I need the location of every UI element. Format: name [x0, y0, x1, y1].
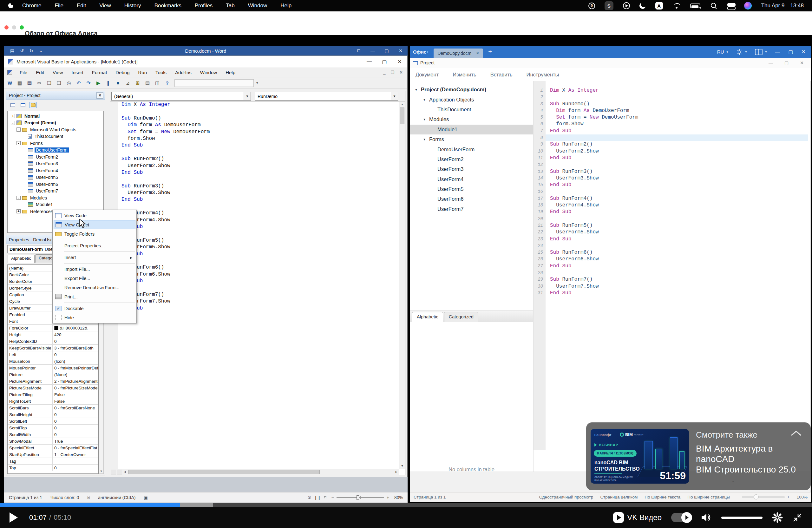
procedure-view-icon[interactable] — [111, 470, 116, 474]
close-icon[interactable]: ✕ — [394, 48, 408, 53]
view-whole-page[interactable]: Страница целиком — [600, 495, 638, 499]
office-tree-item[interactable]: ▾ UserForm7 — [410, 204, 533, 214]
mdi-restore-icon[interactable]: ❐ — [390, 70, 394, 75]
menubar-item[interactable]: File — [55, 2, 63, 9]
copy-icon[interactable]: ❏ — [45, 79, 53, 87]
collapse-overlay-icon[interactable] — [790, 429, 802, 437]
property-value[interactable]: 0 — [53, 339, 98, 344]
tree-arrow-icon[interactable]: ▾ — [414, 88, 418, 92]
tab-alphabetic[interactable]: Alphabetic — [412, 312, 443, 322]
vba-menu-item[interactable]: File — [20, 70, 27, 75]
spotlight-search-icon[interactable] — [710, 2, 717, 10]
office-tree-item[interactable]: ▾ ThisDocument — [410, 105, 533, 115]
volume-slider[interactable] — [721, 517, 763, 519]
project-tree-item[interactable]: UserForm2 — [8, 153, 103, 160]
zoom-slider[interactable]: − + — [332, 495, 389, 500]
suggested-video-thumbnail[interactable]: нанософт BIMACADEMY ВЕБИНАР 8 АПРЕЛЯ / 1… — [591, 429, 689, 484]
office-tree-item[interactable]: ▾ UserForm4 — [410, 174, 533, 184]
property-value[interactable]: 0 - fmPictureSizeModeClip — [53, 386, 98, 390]
property-row[interactable]: ScrollHeight 0 — [8, 411, 98, 418]
insert-userform-icon[interactable]: ▦ — [16, 79, 24, 87]
properties-window-icon[interactable]: ▤ — [143, 79, 151, 87]
menubar-item[interactable]: Tab — [226, 2, 234, 9]
object-browser-icon[interactable]: ◫ — [153, 79, 161, 87]
menubar-item[interactable]: Help — [280, 2, 291, 9]
input-source-icon[interactable] — [655, 2, 663, 10]
context-menu-item[interactable]: View Code — [54, 211, 135, 220]
ribbon-display-options-icon[interactable]: ⊡ — [352, 48, 366, 53]
context-menu-item[interactable]: Insert — [54, 253, 135, 262]
office-tree-item[interactable]: ▾ UserForm2 — [410, 155, 533, 164]
full-module-view-icon[interactable] — [117, 470, 122, 474]
property-row[interactable]: Tag — [8, 458, 98, 465]
document-tab[interactable]: DemoCopy.docm ✕ — [434, 48, 483, 58]
office-tree-item[interactable]: ▾ UserForm5 — [410, 184, 533, 194]
project-explorer-icon[interactable]: ⊞ — [133, 79, 142, 87]
property-row[interactable]: PictureTiling False — [8, 391, 98, 398]
zoom-level[interactable]: 100% — [796, 495, 808, 499]
property-row[interactable]: PictureAlignment 2 - fmPictureAlignmentC… — [8, 378, 98, 385]
office-brand[interactable]: Офис+ — [413, 49, 429, 55]
theme-icon[interactable] — [736, 49, 742, 55]
menubar-item[interactable]: Window — [248, 2, 267, 9]
property-value[interactable]: 420 — [53, 332, 98, 337]
property-row[interactable]: Height 420 — [8, 332, 98, 338]
zoom-level[interactable]: 80% — [394, 495, 403, 500]
video-seekbar[interactable] — [0, 503, 812, 507]
vba-menu-item[interactable]: Insert — [71, 70, 84, 75]
code-vertical-scrollbar[interactable]: ▲ ▼ — [399, 102, 405, 469]
page-indicator[interactable]: Страница 1 из 1 — [9, 495, 42, 500]
vba-menu-item[interactable]: Window — [200, 70, 217, 75]
procedure-combo[interactable]: RunDemo▼ — [255, 92, 398, 101]
project-tree-item[interactable]: UserForm7 — [8, 188, 103, 195]
play-button[interactable] — [10, 512, 18, 523]
tree-arrow-icon[interactable]: ▾ — [422, 117, 426, 121]
reset-icon[interactable]: ■ — [114, 79, 122, 87]
property-value[interactable]: 0 — [53, 466, 98, 470]
project-tree-item[interactable]: UserForm3 — [8, 160, 103, 167]
office-tree-item[interactable]: ▾ UserForm3 — [410, 164, 533, 174]
menubar-item[interactable]: View — [99, 2, 111, 9]
office-menu-item[interactable]: Изменить — [453, 72, 476, 78]
vba-menu-item[interactable]: View — [53, 70, 63, 75]
property-row[interactable]: SpecialEffect 0 - fmSpecialEffectFlat — [8, 444, 98, 451]
control-center-icon[interactable] — [727, 2, 735, 10]
vba-code-text[interactable]: Dim X As Integer Sub RunDemo() Dim form … — [118, 102, 399, 469]
property-value[interactable]: 0 - fmMousePointerDefault — [53, 366, 98, 370]
volume-icon[interactable] — [701, 513, 712, 522]
office-tree-item[interactable]: ▾ Module1 — [410, 124, 533, 134]
run-icon[interactable]: ▶ — [94, 79, 102, 87]
do-not-disturb-moon-icon[interactable] — [639, 2, 646, 9]
office-menu-item[interactable]: Инструменты — [526, 72, 559, 78]
context-menu-item[interactable]: Remove DemoUserForm... — [54, 283, 135, 292]
property-value[interactable]: &H80000012& — [53, 326, 98, 331]
skype-icon[interactable] — [605, 1, 613, 10]
close-icon[interactable]: ✕ — [801, 49, 806, 55]
word-icon[interactable]: W — [6, 79, 14, 87]
property-value[interactable]: 0 — [53, 419, 98, 424]
vba-menu-item[interactable]: Tools — [156, 70, 166, 75]
minimize-icon[interactable]: — — [362, 59, 377, 65]
property-value[interactable]: 0 — [53, 426, 98, 430]
undo-icon[interactable]: ↺ — [20, 48, 24, 53]
context-menu-item[interactable]: Hide — [54, 313, 135, 322]
office-menu-item[interactable]: Документ — [416, 72, 439, 78]
office-tree-item[interactable]: ▾ Project (DemoCopy.docm) — [410, 85, 533, 94]
property-value[interactable]: False — [53, 392, 98, 397]
context-menu-item[interactable]: Toggle Folders — [54, 229, 135, 238]
redo-icon[interactable]: ↻ — [29, 48, 33, 53]
new-tab-icon[interactable]: + — [488, 48, 492, 56]
context-menu-item[interactable]: Export File... — [54, 274, 135, 283]
settings-gear-icon[interactable] — [772, 512, 783, 523]
menubar-item[interactable]: Profiles — [195, 2, 213, 9]
play-circle-icon[interactable] — [623, 2, 630, 9]
property-value[interactable]: (None) — [53, 372, 98, 377]
property-row[interactable]: ForeColor &H80000012& — [8, 325, 98, 332]
watch-next-overlay[interactable]: нанософт BIMACADEMY ВЕБИНАР 8 АПРЕЛЯ / 1… — [586, 422, 811, 490]
wifi-icon[interactable] — [672, 2, 681, 9]
tree-expander-icon[interactable]: - — [16, 141, 20, 145]
maximize-icon[interactable]: ▢ — [380, 48, 394, 53]
toolbar-overflow-icon[interactable]: ▾ — [256, 81, 258, 85]
autoplay-toggle[interactable] — [671, 513, 692, 522]
context-menu-item[interactable]: Import File... — [54, 264, 135, 274]
